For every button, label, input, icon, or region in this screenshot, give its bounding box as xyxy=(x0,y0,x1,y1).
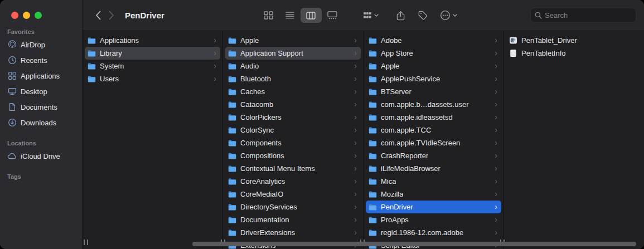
chevron-right-icon: › xyxy=(354,177,357,185)
file-row-compositions[interactable]: Compositions› xyxy=(225,149,361,162)
finder-column: Adobe›App Store›Apple›ApplePushService›B… xyxy=(364,31,504,249)
file-row-mica[interactable]: Mica› xyxy=(366,175,501,188)
chevron-right-icon: › xyxy=(354,139,357,147)
file-label: Library xyxy=(100,49,122,57)
file-row-applepushservice[interactable]: ApplePushService› xyxy=(366,72,501,85)
icon-view-button[interactable] xyxy=(258,8,279,23)
file-label: BTServer xyxy=(381,87,411,96)
list-view-icon xyxy=(285,12,294,19)
file-row-apple[interactable]: Apple› xyxy=(225,34,361,47)
file-label: System xyxy=(100,62,124,70)
list-view-button[interactable] xyxy=(279,8,301,23)
sidebar-nav: FavoritesAirDropRecentsApplicationsDeskt… xyxy=(0,28,82,180)
file-row-system[interactable]: System› xyxy=(85,60,220,72)
file-row-applications[interactable]: Applications› xyxy=(85,34,220,47)
file-row-ilifemediabrowser[interactable]: iLifeMediaBrowser› xyxy=(366,162,501,175)
search-input[interactable] xyxy=(545,11,632,19)
file-row-coremediaio[interactable]: CoreMediaIO› xyxy=(225,188,361,201)
file-row-catacomb[interactable]: Catacomb› xyxy=(225,98,361,111)
file-label: Audio xyxy=(240,62,259,70)
file-row-bluetooth[interactable]: Bluetooth› xyxy=(225,72,361,85)
folder-icon xyxy=(369,76,377,82)
search-field[interactable] xyxy=(530,8,636,23)
sidebar-item-documents[interactable]: Documents xyxy=(3,99,79,115)
file-row-application-support[interactable]: Application Support› xyxy=(225,47,361,60)
chevron-right-icon: › xyxy=(354,100,357,108)
file-row-com-apple-b-dassets-user[interactable]: com.apple.b…dassets.user› xyxy=(366,98,501,111)
file-row-pendriver[interactable]: PenDriver› xyxy=(366,201,501,213)
file-row-library[interactable]: Library› xyxy=(85,47,220,60)
column-view-icon xyxy=(306,12,316,19)
search-icon xyxy=(535,12,542,19)
main-area: PenDriver xyxy=(83,0,644,249)
file-row-driverextensions[interactable]: DriverExtensions› xyxy=(225,226,361,239)
file-row-pentablet-driver[interactable]: PenTablet_Driver xyxy=(506,34,642,47)
chevron-right-icon: › xyxy=(354,164,357,172)
file-row-apple[interactable]: Apple› xyxy=(366,60,501,72)
tag-button[interactable] xyxy=(417,8,429,23)
back-button[interactable] xyxy=(91,8,105,23)
sidebar-item-airdrop[interactable]: AirDrop xyxy=(3,37,79,52)
horizontal-scrollbar-thumb[interactable] xyxy=(192,242,636,246)
sidebar-item-label: Desktop xyxy=(21,87,47,96)
more-ellipsis-icon xyxy=(440,10,451,21)
file-label: Users xyxy=(100,75,119,83)
file-row-coreanalytics[interactable]: CoreAnalytics› xyxy=(225,175,361,188)
file-row-directoryservices[interactable]: DirectoryServices› xyxy=(225,201,361,213)
file-row-caches[interactable]: Caches› xyxy=(225,85,361,98)
chevron-right-icon: › xyxy=(354,62,357,70)
file-row-crashreporter[interactable]: CrashReporter› xyxy=(366,149,501,162)
chevron-right-icon: › xyxy=(495,100,497,108)
zoom-button[interactable] xyxy=(35,12,42,19)
sidebar-item-downloads[interactable]: Downloads xyxy=(3,115,79,130)
chevron-right-icon: › xyxy=(354,190,357,198)
chevron-right-icon: › xyxy=(495,36,497,44)
file-row-pentabletinfo[interactable]: PenTabletInfo xyxy=(506,47,642,60)
toolbar: PenDriver xyxy=(83,0,644,31)
file-row-com-apple-idleassetsd[interactable]: com.apple.idleassetsd› xyxy=(366,111,501,124)
sidebar-item-icloud-drive[interactable]: iCloud Drive xyxy=(3,148,79,164)
file-row-documentation[interactable]: Documentation› xyxy=(225,213,361,226)
sidebar-item-desktop[interactable]: Desktop xyxy=(3,84,79,99)
group-button[interactable] xyxy=(362,8,380,23)
sidebar: FavoritesAirDropRecentsApplicationsDeskt… xyxy=(0,0,83,249)
gallery-view-button[interactable] xyxy=(322,8,343,23)
folder-icon xyxy=(228,178,237,185)
close-button[interactable] xyxy=(11,12,18,19)
file-row-regid-1986-12-com-adobe[interactable]: regid.1986-12.com.adobe› xyxy=(366,226,501,239)
file-row-mozilla[interactable]: Mozilla› xyxy=(366,188,501,201)
installer-file-icon xyxy=(509,36,518,45)
chevron-right-icon: › xyxy=(354,75,357,82)
file-label: regid.1986-12.com.adobe xyxy=(381,228,463,237)
file-row-adobe[interactable]: Adobe› xyxy=(366,34,501,47)
chevron-right-icon: › xyxy=(495,216,497,223)
file-row-app-store[interactable]: App Store› xyxy=(366,47,501,60)
file-row-colorpickers[interactable]: ColorPickers› xyxy=(225,111,361,124)
file-row-btserver[interactable]: BTServer› xyxy=(366,85,501,98)
column-view-button[interactable] xyxy=(301,8,322,23)
file-label: Application Support xyxy=(240,49,303,57)
chevron-right-icon xyxy=(109,11,114,20)
folder-icon xyxy=(369,127,377,134)
more-actions-button[interactable] xyxy=(439,8,458,23)
file-row-audio[interactable]: Audio› xyxy=(225,60,361,72)
column-resize-handle[interactable] xyxy=(84,240,88,245)
file-row-contextual-menu-items[interactable]: Contextual Menu Items› xyxy=(225,162,361,175)
chevron-right-icon: › xyxy=(214,49,216,57)
file-row-users[interactable]: Users› xyxy=(85,72,220,85)
sidebar-item-recents[interactable]: Recents xyxy=(3,52,79,68)
finder-column: Applications›Library›System›Users› xyxy=(83,31,223,249)
share-button[interactable] xyxy=(395,8,406,23)
file-label: iLifeMediaBrowser xyxy=(381,164,440,173)
sidebar-item-applications[interactable]: Applications xyxy=(3,68,79,84)
applications-grid-icon xyxy=(7,71,17,81)
forward-button[interactable] xyxy=(105,8,118,23)
file-row-proapps[interactable]: ProApps› xyxy=(366,213,501,226)
file-row-com-apple-tcc[interactable]: com.apple.TCC› xyxy=(366,124,501,136)
file-row-components[interactable]: Components› xyxy=(225,136,361,149)
file-row-com-apple-tvidlescreen[interactable]: com.apple.TVIdleScreen› xyxy=(366,136,501,149)
chevron-right-icon: › xyxy=(354,216,357,223)
file-row-colorsync[interactable]: ColorSync› xyxy=(225,124,361,136)
minimize-button[interactable] xyxy=(23,12,30,19)
grid-view-icon xyxy=(264,11,273,19)
